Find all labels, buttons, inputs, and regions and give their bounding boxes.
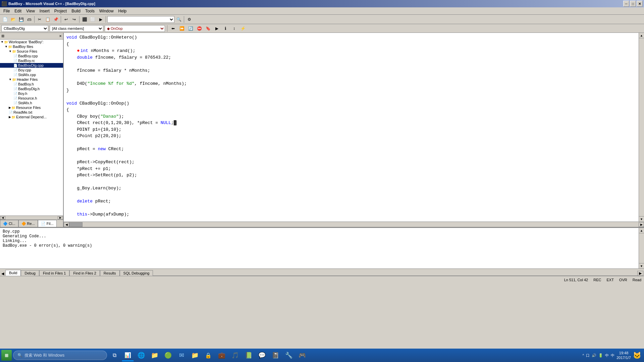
menu-help[interactable]: Help bbox=[116, 8, 129, 14]
taskbar-app-lock[interactable]: 🔒 bbox=[202, 349, 214, 361]
open-button[interactable]: 📂 bbox=[9, 16, 17, 23]
sidebar-tab-files[interactable]: 📄 Fil... bbox=[38, 220, 57, 227]
scroll-up-btn[interactable]: ▲ bbox=[639, 33, 644, 38]
close-button[interactable]: ✕ bbox=[637, 1, 643, 7]
taskbar-app-tool2[interactable]: 🔧 bbox=[283, 349, 295, 361]
tree-arrow-workspace[interactable]: ▼ bbox=[1, 40, 4, 44]
taskbar-app-onenote[interactable]: 📓 bbox=[269, 349, 281, 361]
undo-button[interactable]: ↩ bbox=[62, 16, 70, 23]
debug-button[interactable]: ▶ bbox=[97, 16, 104, 23]
tree-resource-h[interactable]: 📄 Resource.h bbox=[0, 96, 63, 101]
tree-resource-files[interactable]: ▶ 📁 Resource Files bbox=[0, 105, 63, 110]
tree-boy-cpp[interactable]: 📄 Boy.cpp bbox=[0, 68, 63, 72]
output-tab-findinfiles1[interactable]: Find in Files 1 bbox=[39, 270, 69, 276]
stop-button[interactable]: ⛔ bbox=[196, 25, 203, 32]
taskbar-app-folder2[interactable]: 📁 bbox=[189, 349, 201, 361]
taskbar-app-mail[interactable]: ✉ bbox=[175, 349, 187, 361]
output-vscrollbar[interactable]: ▲ ▼ bbox=[639, 228, 644, 268]
tree-readme[interactable]: 📄 ReadMe.txt bbox=[0, 110, 63, 115]
sidebar-hscrollbar[interactable]: ◀ ▶ bbox=[0, 216, 63, 220]
new-button[interactable]: 📄 bbox=[1, 16, 9, 23]
tree-badboydlg-h[interactable]: 📄 BadBoyDlg.h bbox=[0, 86, 63, 91]
save-button[interactable]: 💾 bbox=[17, 16, 25, 23]
editor-vscrollbar[interactable]: ▲ ▼ bbox=[639, 33, 644, 222]
tree-badboy-cpp[interactable]: 📄 BadBoy.cpp bbox=[0, 54, 63, 58]
jump-btn[interactable]: ↕ bbox=[230, 25, 238, 32]
tree-arrow-header[interactable]: ▼ bbox=[9, 78, 12, 81]
taskbar-app-ie[interactable]: 🌐 bbox=[135, 349, 147, 361]
filter-btn[interactable]: ⚡ bbox=[239, 25, 247, 32]
minimize-button[interactable]: ─ bbox=[623, 1, 629, 7]
tree-arrow-resource[interactable]: ▶ bbox=[9, 106, 11, 109]
tray-chevron[interactable]: ^ bbox=[582, 354, 584, 357]
menu-project[interactable]: Project bbox=[52, 8, 69, 14]
build2-button[interactable]: ⬜ bbox=[89, 16, 96, 23]
scroll-down-btn[interactable]: ▼ bbox=[639, 216, 644, 222]
taskbar-search-box[interactable]: 🔍 搜索 Web 和 Windows bbox=[13, 351, 107, 360]
task-view-button[interactable]: ⧉ bbox=[108, 349, 120, 361]
function-combo[interactable]: ◆ OnOop bbox=[105, 25, 165, 32]
tree-arrow-bbfiles[interactable]: ▼ bbox=[5, 45, 8, 48]
copy-button[interactable]: 📋 bbox=[44, 16, 51, 23]
menu-edit[interactable]: Edit bbox=[12, 8, 23, 14]
tree-stdafx-cpp[interactable]: 📄 StdAfx.cpp bbox=[0, 72, 63, 77]
forward-button[interactable]: ⏩ bbox=[178, 25, 185, 32]
search-combo[interactable] bbox=[107, 16, 174, 23]
sidebar-close-btn[interactable]: ✕ bbox=[59, 34, 62, 38]
output-right-arrow[interactable]: ▶ bbox=[637, 271, 643, 276]
tree-boy-h[interactable]: 📄 Boy.h bbox=[0, 91, 63, 96]
save-all-button[interactable]: 🗃 bbox=[25, 16, 33, 23]
cut-button[interactable]: ✂ bbox=[36, 16, 43, 23]
scroll-left-btn[interactable]: ◀ bbox=[0, 216, 5, 220]
sidebar-tab-classes[interactable]: 🔷 Cl... bbox=[0, 220, 18, 227]
tree-badboy-rc[interactable]: 📄 BadBoy.rc bbox=[0, 58, 63, 63]
output-tab-build[interactable]: Build bbox=[5, 270, 21, 276]
breakpoint-button[interactable]: ⬛ bbox=[81, 16, 88, 23]
back-button[interactable]: ⬅ bbox=[169, 25, 177, 32]
taskbar-app-excel[interactable]: 📗 bbox=[243, 349, 255, 361]
members-combo[interactable]: [All class members] bbox=[50, 25, 103, 32]
menu-insert[interactable]: Insert bbox=[38, 8, 52, 14]
menu-view[interactable]: View bbox=[24, 8, 37, 14]
maximize-button[interactable]: □ bbox=[630, 1, 636, 7]
menu-window[interactable]: Window bbox=[97, 8, 116, 14]
menu-file[interactable]: File bbox=[1, 8, 12, 14]
bookmark-button[interactable]: 🔖 bbox=[204, 25, 212, 32]
output-tab-results[interactable]: Results bbox=[100, 270, 120, 276]
toolbar-extra[interactable]: ⚙ bbox=[185, 16, 193, 23]
scroll-right-btn[interactable]: ▶ bbox=[58, 216, 63, 220]
output-scroll-down[interactable]: ▼ bbox=[639, 263, 644, 268]
tree-external[interactable]: ▶ 📁 External Depend... bbox=[0, 115, 63, 119]
tree-badboy-h[interactable]: 📄 BadBoy.h bbox=[0, 82, 63, 86]
tray-clock[interactable]: 19:48 2017/1/7 bbox=[616, 351, 631, 360]
editor-scroll-left[interactable]: ◀ bbox=[64, 222, 69, 227]
taskbar-app-music[interactable]: 🎵 bbox=[229, 349, 241, 361]
tree-source-files[interactable]: ▼ 📁 Source Files bbox=[0, 49, 63, 54]
sidebar-tab-resources[interactable]: 🔶 Re... bbox=[18, 220, 38, 227]
taskbar-app-wechat[interactable]: 💬 bbox=[256, 349, 268, 361]
search-button[interactable]: 🔍 bbox=[175, 16, 182, 23]
taskbar-app-explorer[interactable]: 📁 bbox=[149, 349, 161, 361]
tree-arrow-external[interactable]: ▶ bbox=[9, 115, 11, 119]
sync-button[interactable]: 🔄 bbox=[187, 25, 194, 32]
editor-hscrollbar[interactable]: ◀ ▶ bbox=[64, 222, 644, 227]
tree-badboy-files[interactable]: ▼ 📁 BadBoy files bbox=[0, 44, 63, 49]
menu-build[interactable]: Build bbox=[69, 8, 83, 14]
output-scroll-up[interactable]: ▲ bbox=[639, 228, 644, 233]
taskbar-app-office[interactable]: 💼 bbox=[216, 349, 228, 361]
output-tab-debug[interactable]: Debug bbox=[21, 270, 39, 276]
tree-workspace[interactable]: ▼ 📁 Workspace 'BadBoy': bbox=[0, 40, 63, 44]
class-combo[interactable]: CBadBoyDlg bbox=[1, 25, 48, 32]
start-button[interactable]: ⊞ bbox=[1, 350, 12, 361]
paste-button[interactable]: 📌 bbox=[52, 16, 59, 23]
output-left-arrow[interactable]: ◀ bbox=[0, 272, 5, 276]
taskbar-app-game[interactable]: 🎮 bbox=[296, 349, 308, 361]
tree-header-files[interactable]: ▼ 📁 Header Files bbox=[0, 77, 63, 82]
output-tab-sql[interactable]: SQL Debugging bbox=[120, 270, 153, 276]
redo-button[interactable]: ↪ bbox=[70, 16, 78, 23]
info-btn[interactable]: ℹ bbox=[222, 25, 229, 32]
editor-hscroll-thumb[interactable] bbox=[69, 222, 83, 227]
menu-tools[interactable]: Tools bbox=[83, 8, 97, 14]
code-content[interactable]: void CBadBoyDlg::OnHetero() { ●int nMont… bbox=[64, 33, 639, 222]
next-btn[interactable]: ▶ bbox=[213, 25, 220, 32]
